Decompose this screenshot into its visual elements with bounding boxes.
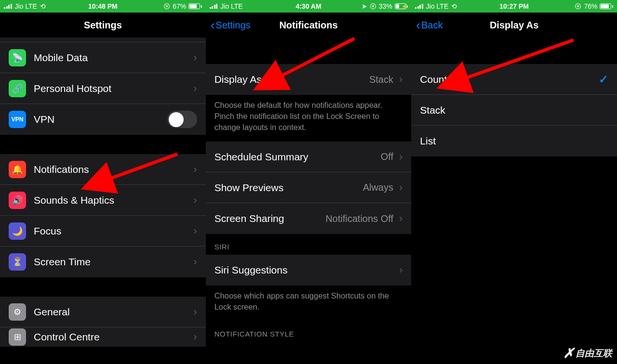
footer-display-as: Choose the default for how notifications… [206,95,412,142]
row-notifications[interactable]: 🔔 Notifications › [0,154,206,185]
battery-pct: 33% [379,2,392,10]
alarm-icon: ⦿ [163,2,170,10]
row-label: Scheduled Summary [215,151,381,163]
row-label: Display As [215,74,369,85]
signal-icon [415,4,423,9]
notifications-icon: 🔔 [9,161,26,178]
chevron-right-icon: › [193,163,197,176]
row-label: Screen Sharing [215,213,326,224]
row-label: Personal Hotspot [34,83,191,94]
battery-icon [188,3,202,9]
row-label: Mobile Data [34,52,191,64]
header-bar: ‹ Settings Notifications [206,13,412,38]
battery-icon [395,3,408,9]
back-label: Back [421,20,443,31]
status-time: 10:27 PM [499,2,529,10]
alarm-icon: ⦿ [575,2,581,10]
option-label: Count [420,74,599,85]
page-title: Notifications [279,20,337,31]
chevron-right-icon: › [399,264,402,276]
settings-group-prefs: 🔔 Notifications › 🔊 Sounds & Haptics › 🌙… [0,154,206,277]
hotspot-icon: 🔗 [9,80,26,97]
battery-icon [600,3,613,9]
watermark: ✗ 自由互联 [563,345,612,361]
row-show-previews[interactable]: Show Previews Always › [206,172,412,203]
status-bar: Jio LTE 4:30 AM ➤ ⦿ 33% ⚡ [206,0,412,13]
settings-group-general: ⚙ General › ⊞ Control Centre › [0,297,206,347]
row-label: Show Previews [215,182,363,194]
option-stack[interactable]: Stack [411,95,617,126]
settings-group-network: 📡 Mobile Data › 🔗 Personal Hotspot › VPN… [0,42,206,135]
row-personal-hotspot[interactable]: 🔗 Personal Hotspot › [0,73,206,104]
battery-pct: 76% [584,2,597,10]
screen-notifications: Jio LTE 4:30 AM ➤ ⦿ 33% ⚡ ‹ Settings Not… [206,0,412,364]
chevron-right-icon: › [193,331,197,343]
status-time: 4:30 AM [295,2,321,10]
row-sounds[interactable]: 🔊 Sounds & Haptics › [0,185,206,216]
chevron-right-icon: › [193,194,197,207]
row-display-as[interactable]: Display As Stack › [206,64,412,95]
chevron-right-icon: › [193,306,197,318]
back-button[interactable]: ‹ Back [416,19,443,31]
battery-pct: 67% [173,2,186,10]
row-value: Off [381,151,393,162]
row-screen-sharing[interactable]: Screen Sharing Notifications Off › [206,203,412,234]
row-focus[interactable]: 🌙 Focus › [0,216,206,247]
chevron-right-icon: › [399,73,402,86]
screen-display-as: Jio LTE ⟲ 10:27 PM ⦿ 76% ‹ Back Display … [411,0,617,364]
option-label: Stack [420,104,608,116]
row-label: Control Centre [34,331,191,343]
location-icon: ➤ [362,2,367,10]
chevron-right-icon: › [193,52,197,64]
back-button[interactable]: ‹ Settings [211,19,251,31]
header-bar: Settings [0,13,206,38]
option-count[interactable]: Count ✓ [411,64,617,95]
screen-settings: Jio LTE ⟲ 10:48 PM ⦿ 67% Settings 📡 Mobi… [0,0,206,364]
chevron-right-icon: › [399,182,402,194]
control-centre-icon: ⊞ [9,328,26,346]
back-label: Settings [215,20,250,31]
row-mobile-data[interactable]: 📡 Mobile Data › [0,42,206,73]
row-value: Notifications Off [325,213,393,224]
row-label: Sounds & Haptics [34,195,191,206]
row-siri-suggestions[interactable]: Siri Suggestions › [206,255,412,286]
carrier-label: Jio LTE [15,2,37,10]
sounds-icon: 🔊 [9,192,26,209]
status-bar: Jio LTE ⟲ 10:48 PM ⦿ 67% [0,0,206,13]
row-label: Siri Suggestions [215,264,397,276]
alarm-icon: ⦿ [370,2,376,10]
row-label: Focus [34,225,191,237]
row-value: Always [363,182,393,193]
chevron-right-icon: › [193,82,197,95]
chevron-left-icon: ‹ [416,19,420,31]
partial-row-top [0,38,206,42]
general-icon: ⚙ [9,303,26,321]
watermark-icon: ✗ [563,345,574,361]
carrier-label: Jio LTE [426,2,448,10]
row-control-centre[interactable]: ⊞ Control Centre › [0,327,206,347]
vpn-toggle[interactable] [167,111,197,128]
header-bar: ‹ Back Display As [411,13,617,38]
row-label: General [34,306,191,318]
row-scheduled-summary[interactable]: Scheduled Summary Off › [206,142,412,172]
chevron-left-icon: ‹ [211,19,215,31]
signal-icon [4,4,12,9]
option-list[interactable]: List [411,126,617,156]
row-screentime[interactable]: ⏳ Screen Time › [0,247,206,277]
focus-icon: 🌙 [9,222,26,240]
vpn-icon: VPN [9,111,26,128]
screentime-icon: ⏳ [9,253,26,271]
page-title: Settings [84,20,122,31]
section-siri: SIRI [206,234,412,255]
row-label: Notifications [34,164,191,175]
row-vpn[interactable]: VPN VPN [0,104,206,135]
signal-icon [210,4,218,9]
chevron-right-icon: › [399,151,402,163]
footer-siri: Choose which apps can suggest Shortcuts … [206,286,412,321]
chevron-right-icon: › [399,212,402,225]
option-label: List [420,135,608,147]
checkmark-icon: ✓ [599,73,608,86]
link-icon: ⟲ [451,2,457,10]
row-general[interactable]: ⚙ General › [0,297,206,327]
row-value: Stack [369,74,393,85]
